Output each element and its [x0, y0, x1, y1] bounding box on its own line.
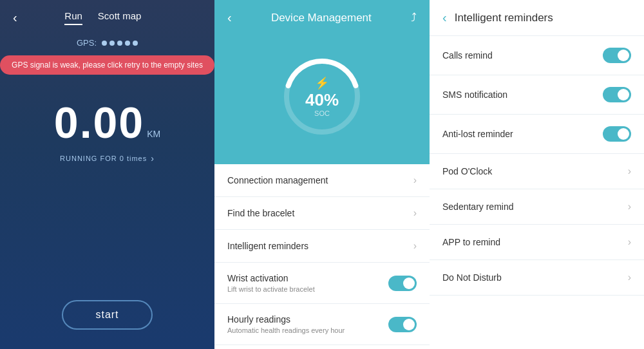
gps-dot — [109, 41, 115, 46]
calls-remind-toggle[interactable] — [603, 48, 631, 63]
chevron-icon: › — [413, 207, 417, 219]
middle-back-button[interactable]: ‹ — [227, 10, 232, 25]
menu-item-left: Connection management — [227, 175, 328, 185]
running-info-text: RUNNING FOR 0 times — [60, 155, 147, 162]
distance-unit: KM — [147, 129, 160, 139]
gps-dot — [102, 41, 107, 46]
pod-clock-chevron: › — [628, 165, 631, 177]
gps-dot — [125, 41, 130, 46]
left-header: ‹ Run Scott map — [0, 0, 214, 35]
menu-item-label: Connection management — [227, 175, 328, 185]
menu-item-left: Find the bracelet — [227, 208, 294, 218]
distance-value: 0.00 — [54, 100, 144, 144]
right-header: ‹ Intelligent reminders — [430, 0, 644, 36]
nav-tabs: Run Scott map — [64, 10, 141, 25]
distance-display: 0.00 KM — [54, 100, 160, 144]
right-item-sms[interactable]: SMS notification — [430, 75, 644, 115]
menu-item-bracelet[interactable]: Find the bracelet › — [214, 197, 430, 230]
middle-title: Device Management — [271, 12, 372, 24]
anti-lost-label: Anti-lost reminder — [442, 129, 513, 139]
battery-percent: 40% — [305, 91, 339, 108]
middle-panel: ‹ Device Management ⤴ ⚡ 40% SOC Connecti… — [214, 0, 430, 349]
menu-item-hourly[interactable]: Hourly readings Automatic health reading… — [214, 304, 430, 345]
menu-item-label: Wrist activation — [227, 273, 315, 283]
back-button[interactable]: ‹ — [13, 10, 17, 25]
menu-item-left: Wrist activation Lift wrist to activate … — [227, 273, 315, 293]
menu-item-left: Intelligent reminders — [227, 241, 308, 251]
anti-lost-toggle-container — [603, 126, 631, 142]
calls-remind-label: Calls remind — [442, 50, 493, 61]
gps-label: GPS: — [77, 38, 97, 48]
menu-item-intelligent[interactable]: Intelligent reminders › — [214, 230, 430, 263]
app-remind-chevron: › — [628, 236, 631, 248]
right-panel: ‹ Intelligent reminders Calls remind SMS… — [430, 0, 644, 349]
bolt-icon: ⚡ — [315, 76, 329, 90]
sms-notification-label: SMS notification — [442, 90, 507, 100]
tab-scott-map[interactable]: Scott map — [98, 10, 142, 25]
battery-section: ⚡ 40% SOC — [214, 35, 430, 164]
start-button[interactable]: start — [62, 300, 152, 330]
export-icon[interactable]: ⤴ — [411, 11, 417, 24]
sedentary-chevron: › — [628, 201, 631, 212]
dnd-chevron: › — [628, 272, 631, 283]
battery-center: ⚡ 40% SOC — [305, 76, 339, 117]
right-item-sedentary[interactable]: Sedentary remind › — [430, 189, 644, 225]
menu-item-sublabel: Lift wrist to activate bracelet — [227, 285, 315, 293]
sms-toggle[interactable] — [603, 87, 631, 102]
menu-item-left: Hourly readings Automatic health reading… — [227, 314, 345, 334]
menu-item-label: Find the bracelet — [227, 208, 294, 218]
gps-row: GPS: — [77, 38, 138, 48]
right-item-dnd[interactable]: Do Not Disturb › — [430, 260, 644, 296]
sms-toggle-container — [603, 87, 631, 102]
middle-header: ‹ Device Management ⤴ — [214, 0, 430, 35]
sedentary-remind-label: Sedentary remind — [442, 202, 514, 212]
menu-item-label: Intelligent reminders — [227, 241, 308, 251]
right-title: Intelligent reminders — [455, 12, 553, 24]
middle-menu-list: Connection management › Find the bracele… — [214, 164, 430, 349]
gps-dots — [102, 41, 138, 46]
menu-item-wrist[interactable]: Wrist activation Lift wrist to activate … — [214, 263, 430, 304]
menu-item-connection[interactable]: Connection management › — [214, 164, 430, 197]
gps-dot — [133, 41, 138, 46]
right-back-button[interactable]: ‹ — [442, 10, 447, 25]
tab-run[interactable]: Run — [64, 10, 82, 25]
app-remind-label: APP to remind — [442, 237, 500, 247]
calls-remind-toggle-container — [603, 48, 631, 63]
right-item-calls[interactable]: Calls remind — [430, 36, 644, 75]
dnd-label: Do Not Disturb — [442, 272, 502, 283]
running-info: RUNNING FOR 0 times › — [60, 153, 155, 164]
pod-clock-label: Pod O'Clock — [442, 166, 492, 176]
battery-soc-label: SOC — [314, 109, 330, 117]
right-item-pod-clock[interactable]: Pod O'Clock › — [430, 154, 644, 189]
left-panel: ‹ Run Scott map GPS: GPS signal is weak,… — [0, 0, 214, 349]
right-item-antilost[interactable]: Anti-lost reminder — [430, 115, 644, 154]
gps-warning: GPS signal is weak, please click retry t… — [0, 55, 214, 75]
menu-item-sublabel: Automatic health readings every hour — [227, 326, 345, 334]
anti-lost-toggle[interactable] — [603, 126, 631, 142]
right-item-app-remind[interactable]: APP to remind › — [430, 225, 644, 260]
chevron-icon: › — [413, 174, 417, 186]
wrist-toggle[interactable] — [388, 276, 417, 291]
right-list: Calls remind SMS notification Anti-lost … — [430, 36, 644, 349]
hourly-toggle[interactable] — [388, 317, 417, 332]
battery-circle: ⚡ 40% SOC — [280, 55, 364, 138]
running-info-arrow: › — [151, 153, 155, 164]
gps-dot — [117, 41, 122, 46]
menu-item-label: Hourly readings — [227, 314, 345, 325]
chevron-icon: › — [413, 240, 417, 252]
